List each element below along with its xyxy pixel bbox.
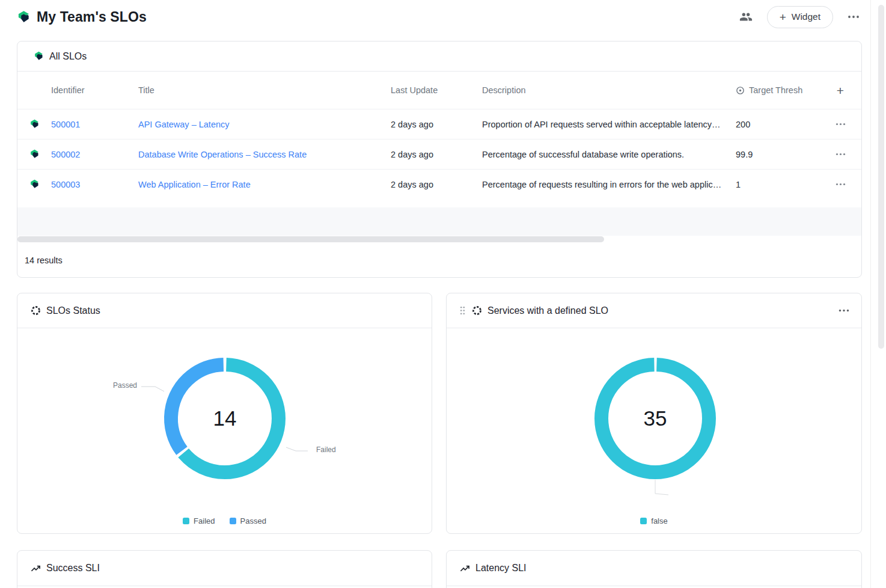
widget-title: SLOs Status xyxy=(46,305,100,316)
legend-label: Failed xyxy=(194,516,215,525)
donut-center-value: 35 xyxy=(644,406,667,430)
widget-title: Success SLI xyxy=(46,563,100,574)
column-header-description: Description xyxy=(482,85,732,95)
slos-status-widget: SLOs Status 14 Passed Failed FailedPasse… xyxy=(17,293,432,534)
table-filler-area xyxy=(17,207,861,236)
all-slos-table-widget: All SLOs Identifier Title Last Update De… xyxy=(17,41,862,278)
row-more-button[interactable] xyxy=(832,149,849,159)
last-update-text: 2 days ago xyxy=(391,120,482,129)
row-entity-icon xyxy=(17,179,51,189)
port-logo-icon xyxy=(17,10,31,24)
table-row: 500001 API Gateway – Latency 2 days ago … xyxy=(17,109,861,139)
vertical-scrollbar-thumb[interactable] xyxy=(878,5,884,349)
shared-users-button[interactable] xyxy=(737,8,755,26)
last-update-text: 2 days ago xyxy=(391,180,482,189)
trending-up-icon xyxy=(31,563,41,574)
legend-label: false xyxy=(651,516,667,525)
donut-center-value: 14 xyxy=(213,406,237,430)
description-text: Percentage of successful database write … xyxy=(482,150,732,159)
column-header-identifier: Identifier xyxy=(51,85,138,95)
legend-item[interactable]: false xyxy=(640,516,667,525)
results-count: 14 results xyxy=(25,256,63,265)
legend-item[interactable]: Failed xyxy=(183,516,215,525)
identifier-link[interactable]: 500003 xyxy=(51,180,80,189)
widget-more-button[interactable] xyxy=(836,307,852,314)
target-thresh-value: 1 xyxy=(732,180,819,189)
chart-legend: FailedPassed xyxy=(18,516,431,525)
vertical-scrollbar xyxy=(870,0,886,588)
title-link[interactable]: API Gateway – Latency xyxy=(138,120,230,129)
column-header-title: Title xyxy=(138,85,391,95)
table-row: 500002 Database Write Operations – Succe… xyxy=(17,139,861,169)
target-icon xyxy=(736,86,745,95)
legend-swatch xyxy=(640,518,647,524)
plus-icon: + xyxy=(780,11,786,23)
column-header-last-update: Last Update xyxy=(391,85,482,95)
horizontal-scrollbar-thumb[interactable] xyxy=(17,236,604,242)
description-text: Proportion of API requests served within… xyxy=(482,120,732,129)
widget-title: All SLOs xyxy=(49,51,87,62)
success-sli-widget: Success SLI xyxy=(17,550,432,588)
donut-chart-icon xyxy=(31,305,41,316)
add-widget-button[interactable]: + Widget xyxy=(767,6,833,28)
page-more-button[interactable] xyxy=(845,13,862,21)
services-with-slo-widget: Services with a defined SLO 35 false xyxy=(446,293,862,534)
title-link[interactable]: Web Application – Error Rate xyxy=(138,180,251,189)
more-horizontal-icon xyxy=(836,123,846,126)
target-thresh-value: 99.9 xyxy=(732,150,819,159)
table-row: 500003 Web Application – Error Rate 2 da… xyxy=(17,169,861,199)
description-text: Percentage of requests resulting in erro… xyxy=(482,180,732,189)
table-header-row: Identifier Title Last Update Description… xyxy=(17,72,861,109)
more-horizontal-icon xyxy=(839,309,849,312)
chart-legend: false xyxy=(447,516,861,525)
table-empty-strip xyxy=(17,199,861,207)
identifier-link[interactable]: 500001 xyxy=(51,120,80,129)
last-update-text: 2 days ago xyxy=(391,150,482,159)
callout-label-passed: Passed xyxy=(113,381,137,390)
add-column-button[interactable]: + xyxy=(837,84,844,97)
add-widget-label: Widget xyxy=(792,11,820,22)
row-more-button[interactable] xyxy=(832,179,849,189)
callout-label-failed: Failed xyxy=(316,446,336,454)
people-icon xyxy=(739,10,753,23)
legend-swatch xyxy=(230,518,236,524)
latency-sli-widget: Latency SLI xyxy=(446,550,862,588)
column-header-target-thresh: Target Thresh xyxy=(749,85,802,95)
legend-label: Passed xyxy=(240,516,266,525)
widget-title: Services with a defined SLO xyxy=(487,305,608,316)
title-link[interactable]: Database Write Operations – Success Rate xyxy=(138,150,307,159)
page-title: My Team's SLOs xyxy=(37,9,147,25)
trending-up-icon xyxy=(460,563,470,574)
legend-swatch xyxy=(183,518,189,524)
drag-handle[interactable] xyxy=(460,306,465,315)
port-entity-icon xyxy=(34,51,44,61)
row-entity-icon xyxy=(17,149,51,159)
horizontal-scrollbar xyxy=(17,236,861,243)
page-header: My Team's SLOs + Widget xyxy=(17,0,862,34)
legend-item[interactable]: Passed xyxy=(230,516,266,525)
more-horizontal-icon xyxy=(836,153,846,156)
more-horizontal-icon xyxy=(836,183,846,186)
more-horizontal-icon xyxy=(848,15,860,19)
row-entity-icon xyxy=(17,119,51,129)
target-thresh-value: 200 xyxy=(732,120,819,129)
identifier-link[interactable]: 500002 xyxy=(51,150,80,159)
widget-title: Latency SLI xyxy=(475,563,527,574)
donut-chart-icon xyxy=(472,305,482,316)
row-more-button[interactable] xyxy=(832,119,849,129)
